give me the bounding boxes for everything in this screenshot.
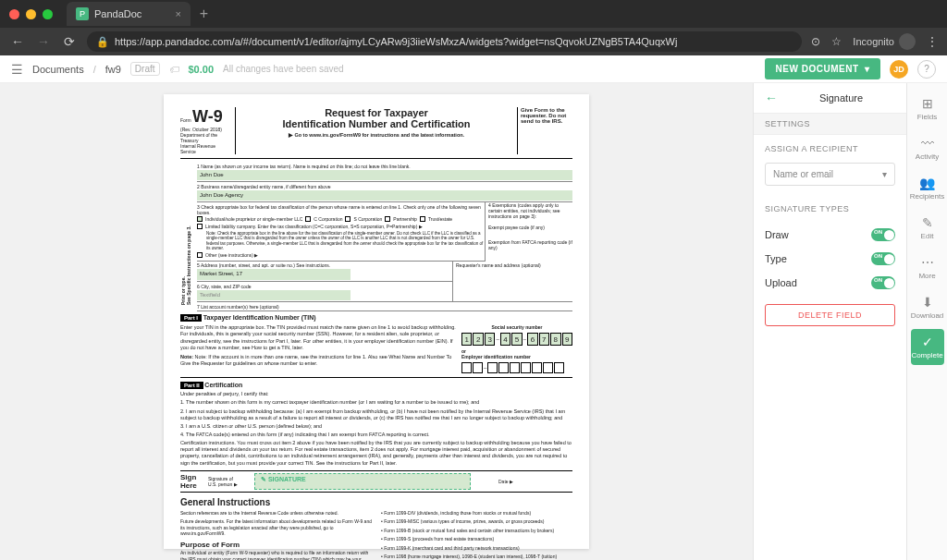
url-text: https://app.pandadoc.com/a/#/document/v1… [115, 36, 677, 47]
tool-download[interactable]: ⬇Download [907, 289, 948, 325]
hamburger-icon[interactable]: ☰ [11, 62, 23, 77]
upload-label: Upload [765, 277, 797, 288]
draft-badge: Draft [130, 62, 160, 76]
new-document-button[interactable]: NEW DOCUMENT ▾ [765, 58, 880, 79]
address-bar[interactable]: 🔒 https://app.pandadoc.com/a/#/document/… [87, 31, 802, 52]
settings-header[interactable]: SETTINGS [754, 113, 906, 135]
close-tab-icon[interactable]: × [175, 8, 180, 19]
forward-button[interactable]: → [35, 34, 52, 49]
business-name-field[interactable]: John Doe Agency [197, 190, 572, 201]
browser-titlebar: P PandaDoc × + [0, 0, 947, 28]
lock-icon: 🔒 [96, 36, 109, 48]
tool-more[interactable]: ⋯More [907, 250, 948, 286]
new-tab-button[interactable]: + [195, 6, 213, 22]
upload-toggle[interactable]: ON [871, 276, 895, 289]
panel-back-button[interactable]: ← [765, 91, 778, 105]
tool-rail: ⊞Fields 〰Activity 👥Recipients ✎Edit ⋯Mor… [906, 83, 947, 560]
signature-types-label: SIGNATURE TYPES [754, 195, 906, 223]
app-toolbar: ☰ Documents / fw9 Draft 🏷 $0.00 All chan… [0, 55, 947, 83]
recipient-select[interactable]: Name or email ▾ [765, 163, 895, 186]
workspace: Form W-9 (Rev. October 2018) Department … [0, 83, 947, 560]
browser-urlbar: ← → ⟳ 🔒 https://app.pandadoc.com/a/#/doc… [0, 28, 947, 55]
app-shell: ☰ Documents / fw9 Draft 🏷 $0.00 All chan… [0, 55, 947, 560]
incognito-badge: Incognito [853, 33, 916, 50]
people-icon: 👥 [919, 176, 935, 190]
price-value: $0.00 [189, 64, 215, 75]
help-button[interactable]: ? [917, 60, 936, 79]
user-avatar[interactable]: JD [890, 60, 908, 79]
tool-edit[interactable]: ✎Edit [907, 210, 948, 246]
delete-field-button[interactable]: DELETE FIELD [765, 304, 895, 326]
type-toggle[interactable]: ON [871, 252, 895, 265]
ein-input[interactable]: – [461, 362, 572, 373]
document-page: Form W-9 (Rev. October 2018) Department … [164, 94, 589, 549]
cb-ccorp[interactable] [305, 216, 311, 222]
check-icon: ✓ [922, 335, 933, 349]
puzzle-icon: ⊞ [922, 96, 933, 111]
search-icon[interactable]: ⊙ [811, 35, 820, 48]
back-button[interactable]: ← [9, 34, 26, 49]
download-icon: ⬇ [922, 295, 933, 310]
crumb-documents[interactable]: Documents [32, 64, 84, 75]
pandadoc-favicon: P [76, 7, 89, 20]
print-or-type-label: Print or type.See Specific Instructions … [180, 162, 191, 305]
form-code: W-9 [192, 107, 223, 126]
incognito-icon [899, 33, 916, 50]
pencil-icon: ✎ [922, 215, 933, 230]
tool-fields[interactable]: ⊞Fields [907, 91, 948, 127]
tool-complete[interactable]: ✓Complete [911, 329, 944, 365]
tool-recipients[interactable]: 👥Recipients [907, 170, 948, 206]
signature-field[interactable]: ✎ SIGNATURE [254, 473, 471, 490]
assign-recipient-label: ASSIGN A RECIPIENT [754, 135, 906, 163]
panel-title: Signature [787, 92, 895, 103]
ssn-input[interactable]: 123 – 45 – 6789 [461, 333, 572, 346]
chevron-down-icon: ▾ [865, 64, 870, 74]
document-canvas[interactable]: Form W-9 (Rev. October 2018) Department … [0, 83, 753, 560]
activity-icon: 〰 [921, 136, 934, 151]
cb-llc[interactable] [197, 224, 203, 229]
more-icon: ⋯ [921, 255, 934, 270]
crumb-docname[interactable]: fw9 [105, 64, 121, 75]
cb-other[interactable] [197, 252, 203, 258]
form-title-2: Identification Number and Certification [240, 118, 512, 129]
name-field[interactable]: John Doe [197, 170, 572, 180]
menu-dots-icon[interactable]: ⋮ [927, 35, 938, 48]
city-field[interactable]: Textfield [197, 290, 351, 300]
window-controls [9, 9, 53, 19]
settings-panel: ← Signature SETTINGS ASSIGN A RECIPIENT … [753, 83, 906, 560]
save-status: All changes have been saved [223, 64, 344, 74]
reload-button[interactable]: ⟳ [61, 34, 78, 49]
chevron-down-icon: ▾ [882, 169, 887, 179]
draw-label: Draw [765, 229, 789, 240]
type-label: Type [765, 253, 787, 264]
tab-title: PandaDoc [94, 8, 141, 19]
cb-trust[interactable] [420, 216, 425, 222]
close-window[interactable] [9, 9, 19, 19]
star-icon[interactable]: ☆ [831, 35, 842, 48]
browser-tab[interactable]: P PandaDoc × [67, 2, 191, 26]
minimize-window[interactable] [26, 9, 36, 19]
form-title-1: Request for Taxpayer [240, 107, 512, 118]
cb-partnership[interactable] [385, 216, 390, 222]
maximize-window[interactable] [43, 9, 53, 19]
cb-individual[interactable] [197, 216, 203, 222]
cb-scorp[interactable] [345, 216, 351, 222]
tool-activity[interactable]: 〰Activity [907, 130, 948, 166]
tag-icon[interactable]: 🏷 [169, 64, 179, 75]
address-field[interactable]: Market Street, 17 [197, 269, 351, 279]
draw-toggle[interactable]: ON [871, 228, 895, 241]
